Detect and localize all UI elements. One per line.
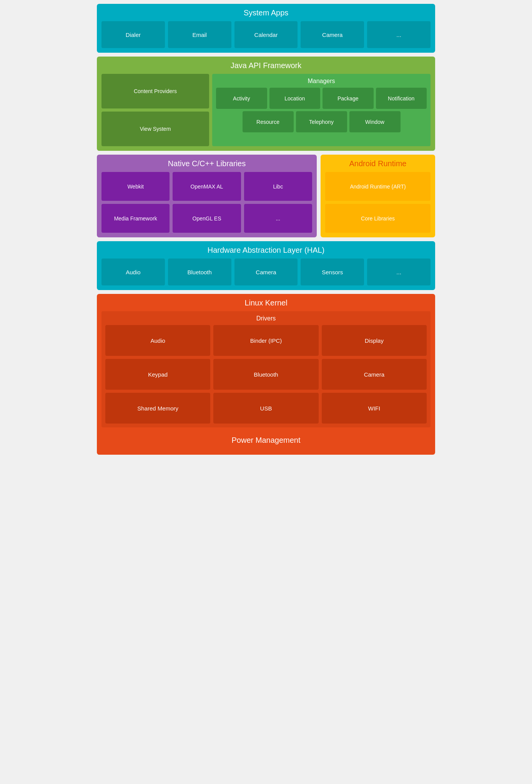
drivers-box: Drivers AudioBinder (IPC)DisplayKeypadBl… (101, 311, 431, 427)
manager-tile: Activity (216, 88, 267, 109)
system-apps-layer: System Apps DialerEmailCalendarCamera... (97, 4, 435, 53)
java-api-content: Content Providers View System Managers A… (101, 74, 431, 146)
driver-tile: Shared Memory (105, 393, 210, 424)
drivers-grid: AudioBinder (IPC)DisplayKeypadBluetoothC… (105, 325, 427, 424)
android-runtime-tile: Android Runtime (ART) (325, 172, 431, 201)
managers-title: Managers (216, 78, 427, 85)
manager-tile: Resource (243, 111, 294, 132)
system-apps-title: System Apps (101, 8, 431, 17)
driver-tile: WIFI (322, 393, 427, 424)
driver-tile: Binder (IPC) (213, 325, 318, 356)
manager-tile: Telephony (296, 111, 347, 132)
hal-tile: ... (367, 259, 431, 285)
native-lib-tile: OpenMAX AL (173, 172, 241, 201)
driver-tile: Camera (322, 359, 427, 390)
native-lib-tile: OpenGL ES (173, 204, 241, 233)
managers-box: Managers ActivityLocationPackageNotifica… (212, 74, 431, 146)
system-apps-tile: ... (367, 21, 431, 48)
manager-tile: Window (349, 111, 401, 132)
driver-tile: Keypad (105, 359, 210, 390)
native-libs-title: Native C/C++ Libraries (101, 159, 312, 168)
linux-kernel-layer: Linux Kernel Drivers AudioBinder (IPC)Di… (97, 294, 435, 455)
driver-tile: Display (322, 325, 427, 356)
hal-tiles: AudioBluetoothCameraSensors... (101, 259, 431, 285)
native-lib-tile: ... (244, 204, 312, 233)
android-runtime-tile: Core Libraries (325, 204, 431, 233)
hal-layer: Hardware Abstraction Layer (HAL) AudioBl… (97, 241, 435, 290)
driver-tile: Bluetooth (213, 359, 318, 390)
android-runtime-tiles: Android Runtime (ART)Core Libraries (325, 172, 431, 233)
native-lib-tile: Libc (244, 172, 312, 201)
android-runtime-layer: Android Runtime Android Runtime (ART)Cor… (321, 155, 435, 237)
system-apps-tile: Calendar (234, 21, 298, 48)
java-api-left: Content Providers View System (101, 74, 209, 146)
system-apps-tile: Email (168, 21, 231, 48)
android-runtime-title: Android Runtime (325, 159, 431, 168)
driver-tile: USB (213, 393, 318, 424)
linux-kernel-title: Linux Kernel (101, 299, 431, 307)
hal-tile: Camera (234, 259, 298, 285)
hal-title: Hardware Abstraction Layer (HAL) (101, 246, 431, 255)
java-api-title: Java API Framework (101, 61, 431, 70)
system-apps-tile: Camera (301, 21, 364, 48)
manager-tile: Notification (376, 88, 427, 109)
system-apps-tile: Dialer (101, 21, 165, 48)
managers-row1: ActivityLocationPackageNotification (216, 88, 427, 109)
view-system-tile: View System (101, 112, 209, 146)
content-providers-tile: Content Providers (101, 74, 209, 108)
power-management-label: Power Management (232, 436, 301, 444)
native-libs-layer: Native C/C++ Libraries WebkitOpenMAX ALL… (97, 155, 317, 237)
native-lib-tile: Media Framework (101, 204, 170, 233)
hal-tile: Bluetooth (168, 259, 231, 285)
driver-tile: Audio (105, 325, 210, 356)
system-apps-tiles: DialerEmailCalendarCamera... (101, 21, 431, 48)
hal-tile: Audio (101, 259, 165, 285)
managers-row2: ResourceTelephonyWindow (243, 111, 401, 132)
power-management-box: Power Management (101, 430, 431, 450)
drivers-title: Drivers (105, 315, 427, 322)
java-api-layer: Java API Framework Content Providers Vie… (97, 57, 435, 151)
middle-row: Native C/C++ Libraries WebkitOpenMAX ALL… (97, 155, 435, 237)
native-lib-tile: Webkit (101, 172, 170, 201)
manager-tile: Location (269, 88, 321, 109)
manager-tile: Package (323, 88, 374, 109)
native-libs-tiles: WebkitOpenMAX ALLibcMedia FrameworkOpenG… (101, 172, 312, 233)
hal-tile: Sensors (301, 259, 364, 285)
